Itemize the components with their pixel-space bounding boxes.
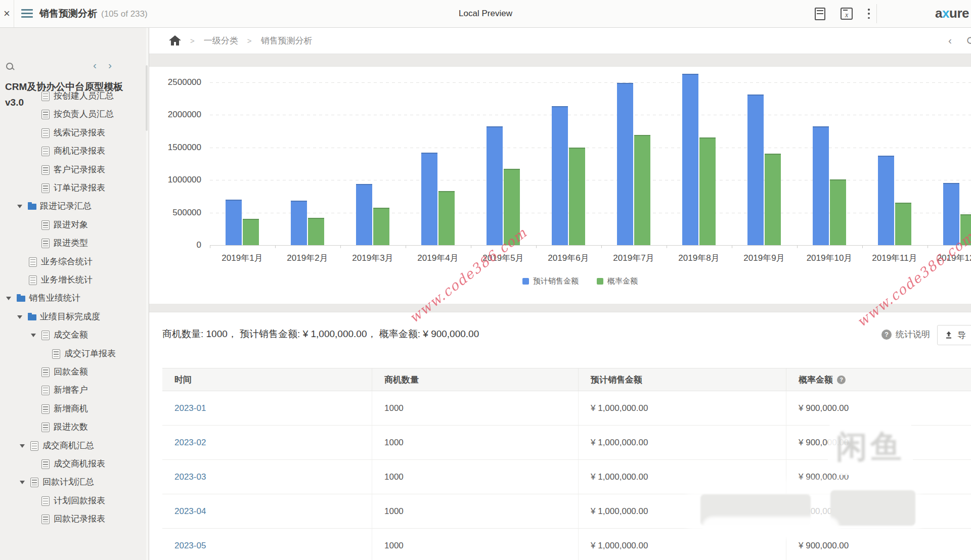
- legend-label: 概率金额: [607, 276, 638, 286]
- y-axis-tick-label: 1000000: [149, 175, 201, 185]
- caret-down-icon[interactable]: [20, 481, 25, 484]
- table-cell: ¥ 1,000,000.00: [579, 391, 786, 425]
- sidebar-item-label: 成交商机报表: [54, 455, 105, 473]
- more-menu-icon[interactable]: [868, 9, 870, 19]
- x-axis-tick: [471, 246, 471, 248]
- x-axis-label: 2019年2月: [275, 252, 340, 264]
- home-icon[interactable]: [169, 35, 181, 45]
- column-header-概率金额: 概率金额?: [786, 368, 971, 391]
- caret-down-icon[interactable]: [17, 205, 22, 208]
- sidebar-item-18[interactable]: 新增商机: [0, 400, 149, 418]
- bar-概率金额-2019年12月: [960, 214, 971, 245]
- cell-value: ¥ 900,000.00: [799, 472, 849, 482]
- sidebar-item-10[interactable]: 业务综合统计: [0, 253, 149, 271]
- period-link[interactable]: 2023-05: [174, 541, 206, 551]
- pages-sidebar: ‹ › CRM及协办公中台原型模板 v3.0 按创建人员汇总按负责人员汇总线索记…: [0, 27, 149, 560]
- sidebar-item-label: 新增客户: [54, 381, 88, 399]
- x-axis-label: 2019年7月: [601, 252, 666, 264]
- main-content: > 一级分类 > 销售预测分析 ‹ ⟳ 05000001000000150000…: [149, 27, 971, 560]
- period-link[interactable]: 2023-01: [174, 403, 206, 413]
- sidebar-item-24[interactable]: 回款记录报表: [0, 510, 149, 528]
- sidebar-item-22[interactable]: 回款计划汇总: [0, 473, 149, 491]
- sidebar-item-9[interactable]: 跟进类型: [0, 234, 149, 252]
- sidebar-item-label: 成交商机汇总: [42, 437, 94, 455]
- table-cell: ¥ 900,000.00: [786, 529, 971, 560]
- sidebar-item-15[interactable]: 成交订单报表: [0, 345, 149, 363]
- sidebar-scrollbar[interactable]: [146, 27, 148, 560]
- legend-item-概率金额[interactable]: 概率金额: [597, 276, 638, 286]
- page-title: 销售预测分析: [39, 0, 97, 27]
- sidebar-item-13[interactable]: 业绩目标完成度: [0, 308, 149, 326]
- caret-down-icon[interactable]: [17, 315, 22, 319]
- page-icon: [41, 91, 50, 101]
- sidebar-item-label: 新增商机: [54, 400, 88, 418]
- bar-概率金额-2019年3月: [373, 208, 389, 245]
- sidebar-item-21[interactable]: 成交商机报表: [0, 455, 149, 473]
- x-axis-label: 2019年10月: [797, 252, 862, 264]
- folder-icon: [28, 314, 36, 320]
- cell-value: 1000: [384, 541, 404, 551]
- table-header-row: 时间商机数量预计销售金额概率金额?: [162, 368, 971, 391]
- period-link[interactable]: 2023-02: [174, 438, 206, 448]
- export-button[interactable]: 导: [937, 325, 971, 345]
- sidebar-item-label: 业绩目标完成度: [40, 308, 100, 326]
- sidebar-item-12[interactable]: 销售业绩统计: [0, 289, 149, 307]
- axure-logo[interactable]: axure: [935, 0, 969, 27]
- topbar-divider: [876, 4, 877, 23]
- column-help-icon[interactable]: ?: [837, 376, 846, 384]
- sitemap-toggle-icon[interactable]: [21, 9, 33, 18]
- sidebar-item-20[interactable]: 成交商机汇总: [0, 437, 149, 455]
- chart-legend: 预计销售金额概率金额: [169, 276, 971, 286]
- sidebar-item-17[interactable]: 新增客户: [0, 381, 149, 399]
- caret-down-icon[interactable]: [20, 444, 25, 448]
- sidebar-item-23[interactable]: 计划回款报表: [0, 492, 149, 510]
- stats-help-button[interactable]: ? 统计说明: [881, 329, 930, 340]
- page-icon: [41, 110, 50, 119]
- breadcrumb-item-current[interactable]: 销售预测分析: [261, 35, 313, 46]
- search-icon[interactable]: [6, 63, 14, 71]
- forecast-chart: 050000010000001500000200000025000002019年…: [149, 66, 971, 304]
- sidebar-item-4[interactable]: 商机记录报表: [0, 142, 149, 160]
- bar-概率金额-2019年6月: [569, 148, 585, 246]
- page-icon: [41, 404, 50, 414]
- sidebar-item-2[interactable]: 按负责人员汇总: [0, 105, 149, 123]
- sidebar-item-19[interactable]: 跟进次数: [0, 418, 149, 436]
- column-header-商机数量: 商机数量: [372, 368, 579, 391]
- legend-item-预计销售金额[interactable]: 预计销售金额: [522, 276, 579, 286]
- sidebar-item-3[interactable]: 线索记录报表: [0, 124, 149, 142]
- cell-value: ¥ 900,000.00: [799, 541, 849, 551]
- close-icon[interactable]: ×: [0, 0, 14, 27]
- sidebar-item-1[interactable]: 按创建人员汇总: [0, 87, 149, 105]
- collapse-panel-icon[interactable]: ‹: [948, 34, 952, 46]
- refresh-icon[interactable]: ⟳: [967, 34, 971, 48]
- table-row: 2023-041000¥ 1,000,000.00¥ 900,000.00: [162, 494, 971, 529]
- bar-预计销售金额-2019年2月: [291, 201, 307, 245]
- column-header-时间: 时间: [162, 368, 372, 391]
- sidebar-item-11[interactable]: 业务增长统计: [0, 271, 149, 289]
- bar-预计销售金额-2019年8月: [682, 74, 698, 245]
- prev-page-icon[interactable]: ‹: [93, 58, 97, 73]
- sidebar-item-7[interactable]: 跟进记录汇总: [0, 197, 149, 215]
- bar-概率金额-2019年4月: [438, 191, 455, 245]
- console-icon[interactable]: x: [841, 8, 853, 20]
- next-page-icon[interactable]: ›: [108, 58, 112, 73]
- caret-down-icon[interactable]: [6, 297, 11, 300]
- bar-预计销售金额-2019年7月: [617, 83, 633, 245]
- x-axis-label: 2019年1月: [210, 252, 275, 264]
- caret-down-icon[interactable]: [31, 334, 36, 337]
- table-cell: ¥ 1,000,000.00: [579, 494, 786, 528]
- sidebar-item-5[interactable]: 客户记录报表: [0, 161, 149, 179]
- page-icon: [41, 128, 50, 138]
- breadcrumb-item-category[interactable]: 一级分类: [204, 35, 238, 46]
- sidebar-item-14[interactable]: 成交金额: [0, 326, 149, 344]
- page-icon: [41, 515, 50, 524]
- x-axis-label: 2019年3月: [340, 252, 405, 264]
- table-cell: 2023-03: [162, 460, 372, 494]
- notes-icon[interactable]: [815, 8, 825, 20]
- period-link[interactable]: 2023-03: [174, 472, 206, 482]
- sidebar-item-6[interactable]: 订单记录报表: [0, 179, 149, 197]
- sidebar-item-8[interactable]: 跟进对象: [0, 216, 149, 234]
- sidebar-item-16[interactable]: 回款金额: [0, 363, 149, 381]
- table-cell: ¥ 900,000.00: [786, 391, 971, 425]
- period-link[interactable]: 2023-04: [174, 506, 206, 517]
